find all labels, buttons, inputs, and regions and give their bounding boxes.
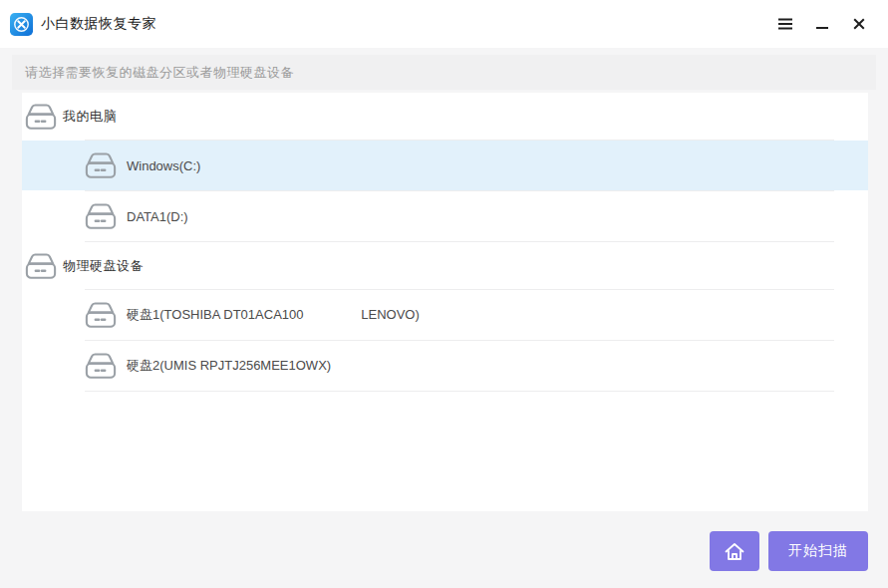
- main-area: 请选择需要恢复的磁盘分区或者物理硬盘设备 我的电脑: [0, 48, 888, 588]
- start-scan-button[interactable]: 开始扫描: [768, 531, 868, 571]
- app-title: 小白数据恢复专家: [41, 15, 156, 33]
- app-logo-icon: [10, 13, 33, 36]
- section-label: 物理硬盘设备: [63, 257, 144, 275]
- list-item-disk1[interactable]: 硬盘1(TOSHIBA DT01ACA100 LENOVO): [22, 290, 868, 340]
- list-item-label: 硬盘2(UMIS RPJTJ256MEE1OWX): [127, 357, 331, 375]
- drive-icon: [85, 202, 117, 230]
- home-button[interactable]: [710, 531, 759, 571]
- instruction-text: 请选择需要恢复的磁盘分区或者物理硬盘设备: [25, 64, 294, 82]
- drive-icon: [85, 301, 117, 329]
- list-item-label: DATA1(D:): [127, 209, 188, 224]
- menu-icon[interactable]: [774, 10, 796, 38]
- divider: [85, 391, 834, 392]
- drive-icon: [85, 352, 117, 380]
- list-item-windows-c[interactable]: Windows(C:): [22, 141, 868, 190]
- titlebar: 小白数据恢复专家: [0, 0, 888, 48]
- drive-icon: [85, 151, 117, 179]
- list-item-disk2[interactable]: 硬盘2(UMIS RPJTJ256MEE1OWX): [22, 341, 868, 391]
- section-physical-disks: 物理硬盘设备: [22, 242, 868, 289]
- drive-icon: [25, 103, 57, 131]
- list-item-label: Windows(C:): [127, 158, 200, 173]
- home-icon: [724, 541, 745, 562]
- device-list: 我的电脑 Windows(C:): [22, 93, 868, 511]
- list-item-label: 硬盘1(TOSHIBA DT01ACA100 LENOVO): [127, 306, 420, 324]
- close-icon[interactable]: [848, 10, 870, 38]
- drive-icon: [25, 252, 57, 280]
- list-item-data1-d[interactable]: DATA1(D:): [22, 191, 868, 241]
- section-label: 我的电脑: [63, 108, 117, 126]
- instruction-bar: 请选择需要恢复的磁盘分区或者物理硬盘设备: [12, 55, 876, 90]
- window-controls: [774, 0, 870, 48]
- minimize-icon[interactable]: [811, 10, 833, 38]
- section-my-computer: 我的电脑: [22, 93, 868, 140]
